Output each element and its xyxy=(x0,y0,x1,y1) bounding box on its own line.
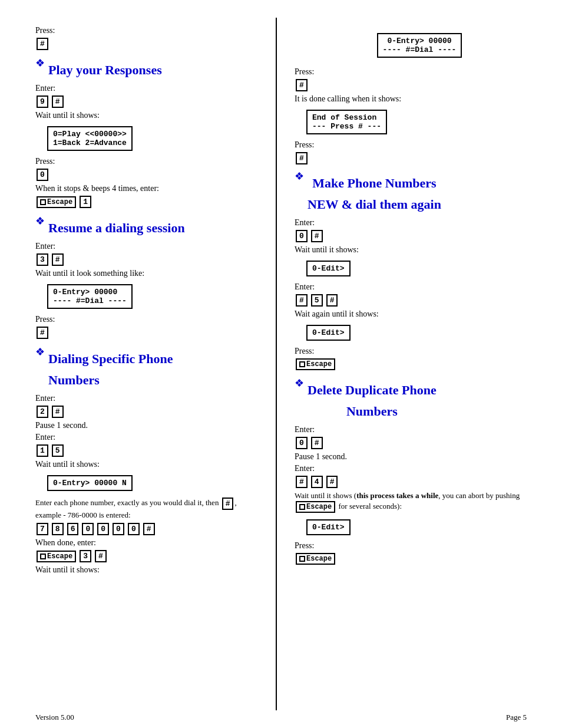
section-title-play: Play your Responses xyxy=(48,62,162,78)
key-hash-resume-2: # xyxy=(37,327,48,339)
key-8: 8 xyxy=(52,523,64,535)
keys-row-escape-1: Escape 1 xyxy=(35,195,264,209)
press-label-top-left: Press: xyxy=(35,26,264,35)
diamond-icon-4: ❖ xyxy=(295,170,304,183)
wait-again-label: Wait again until it shows: xyxy=(295,309,544,319)
key-0-4: 0 xyxy=(128,523,140,535)
keys-row-escape-delete: Escape xyxy=(295,552,544,565)
section-title-resume: Resume a dialing session xyxy=(48,220,185,236)
keys-row-escape-make: Escape xyxy=(295,358,544,371)
section-title-make-1: Make Phone Numbers xyxy=(308,176,441,191)
enter-label-1: Enter: xyxy=(35,84,264,93)
key-3-done: 3 xyxy=(80,550,91,562)
enter-label-dialing-1: Enter: xyxy=(35,394,264,403)
key-hash-dialing: # xyxy=(52,406,64,418)
keys-row-1: 9 # xyxy=(35,95,264,108)
when-done-text: When done, enter: xyxy=(35,538,264,548)
press-label-resume: Press: xyxy=(35,315,264,324)
screen-resume: 0-Entry> 00000---- #=Dial ---- xyxy=(47,284,133,309)
keys-row-press-0: 0 xyxy=(35,168,264,182)
instruction-text-dialing: Enter each phone number, exactly as you … xyxy=(35,497,264,520)
escape-key-done: Escape xyxy=(37,551,76,562)
version-label: Version 5.00 xyxy=(35,713,74,722)
section-title-dialing-2: Numbers xyxy=(48,373,173,388)
key-5-make: 5 xyxy=(311,294,323,307)
enter-label-make-1: Enter: xyxy=(295,218,544,228)
key-0-1: 0 xyxy=(82,523,94,535)
key-hash-make-2b: # xyxy=(326,294,338,307)
screen-end-session: End of Session--- Press # --- xyxy=(306,110,387,134)
key-9: 9 xyxy=(37,95,48,108)
diamond-icon-2: ❖ xyxy=(35,215,45,228)
enter-label-delete-2: Enter: xyxy=(295,464,544,473)
wait-label-1: Wait until it shows: xyxy=(35,111,264,120)
section-title-delete-1: Delete Duplicate Phone xyxy=(308,383,437,398)
key-1-after-escape: 1 xyxy=(80,196,91,208)
press-label-make: Press: xyxy=(295,347,544,356)
escape-square-icon xyxy=(40,199,46,205)
key-hash-delete-2b: # xyxy=(326,476,338,488)
section-title-delete-2: Numbers xyxy=(308,404,437,419)
diamond-icon-1: ❖ xyxy=(35,57,45,70)
screen-dialing: 0-Entry> 00000 N xyxy=(47,475,133,491)
wait-label-dialing-2: Wait until it shows: xyxy=(35,565,264,575)
keys-row-hash-resume: # xyxy=(35,326,264,340)
enter-label-delete-1: Enter: xyxy=(295,425,544,434)
screen-delete: 0-Edit> xyxy=(306,519,351,535)
bold-process-text: this process takes a while xyxy=(356,491,438,500)
escape-key-make: Escape xyxy=(296,358,335,370)
keys-row-done: Escape 3 # xyxy=(35,549,264,563)
screen-make-1: 0-Edit> xyxy=(306,261,351,276)
key-hash-delete-1: # xyxy=(311,437,323,449)
wait-label-make-1: Wait until it shows: xyxy=(295,245,544,255)
escape-key-1: Escape xyxy=(37,196,76,208)
key-7: 7 xyxy=(37,523,48,535)
escape-square-delete-icon xyxy=(299,504,305,510)
key-0-3: 0 xyxy=(113,523,124,535)
keys-row-resume: 3 # xyxy=(35,253,264,266)
key-hash-1: # xyxy=(52,95,64,108)
escape-square-make-icon xyxy=(299,361,305,367)
keys-row-hash-right-2: # xyxy=(295,151,544,165)
escape-square-delete-final-icon xyxy=(299,556,305,562)
phone-keys-row: 7 8 6 0 0 0 0 # xyxy=(35,522,264,536)
press-label-right-1: Press: xyxy=(295,67,544,77)
key-0-play: 0 xyxy=(37,169,48,181)
enter-label-resume: Enter: xyxy=(35,242,264,251)
key-2: 2 xyxy=(37,406,48,418)
key-hash-phone: # xyxy=(143,523,155,535)
press-label-delete: Press: xyxy=(295,541,544,551)
keys-row-delete-2: # 4 # xyxy=(295,475,544,489)
footer: Version 5.00 Page 5 xyxy=(0,713,562,722)
keys-row-hash-right-1: # xyxy=(295,78,544,92)
wait-label-resume: Wait until it look something like: xyxy=(35,269,264,278)
key-hash-right-2: # xyxy=(296,152,308,164)
press-label-right-2: Press: xyxy=(295,140,544,150)
escape-key-delete: Escape xyxy=(296,553,335,565)
section-title-make-2: NEW & dial them again xyxy=(308,197,441,212)
key-hash-make-1: # xyxy=(311,230,323,242)
key-6: 6 xyxy=(67,523,79,535)
key-hash-delete-2a: # xyxy=(296,476,308,488)
key-hash-make-2a: # xyxy=(296,294,308,307)
key-5-dialing: 5 xyxy=(52,444,64,457)
keys-row-delete-1: 0 # xyxy=(295,436,544,450)
key-hash-done: # xyxy=(95,550,107,562)
key-0-delete: 0 xyxy=(296,437,308,449)
diamond-icon-5: ❖ xyxy=(295,377,304,390)
screen-top-right: 0-Entry> 00000---- #=Dial ---- xyxy=(377,33,462,58)
stop-beep-text: When it stops & beeps 4 times, enter: xyxy=(35,184,264,193)
enter-label-make-2: Enter: xyxy=(295,282,544,292)
escape-square-done-icon xyxy=(40,554,46,559)
keys-row-make-1: 0 # xyxy=(295,229,544,243)
key-4-delete: 4 xyxy=(311,476,323,488)
key-1-dialing: 1 xyxy=(37,444,48,457)
key-0-2: 0 xyxy=(97,523,109,535)
escape-key-delete-inline: Escape xyxy=(296,501,335,513)
wait-label-dialing: Wait until it shows: xyxy=(35,460,264,469)
diamond-icon-3: ❖ xyxy=(35,345,45,358)
pause-text-delete: Pause 1 second. xyxy=(295,452,544,462)
wait-label-delete: Wait until it shows (this process takes … xyxy=(295,491,544,513)
pause-text-dialing: Pause 1 second. xyxy=(35,421,264,430)
page-number-label: Page 5 xyxy=(506,713,527,722)
